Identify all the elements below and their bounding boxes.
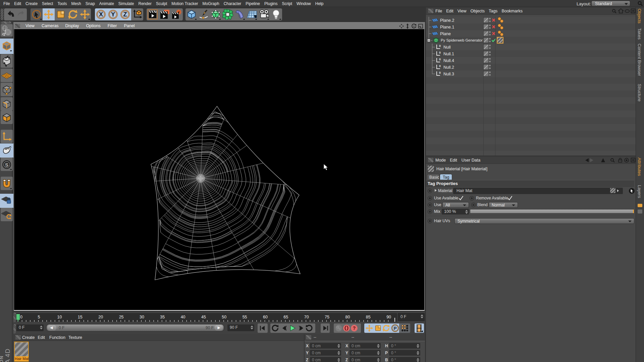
- svg-text:0: 0: [439, 71, 441, 74]
- svg-text:20: 20: [98, 315, 103, 319]
- svg-text:30: 30: [140, 315, 144, 319]
- svg-text:65: 65: [283, 315, 288, 319]
- svg-text:40: 40: [181, 315, 185, 319]
- svg-text:50: 50: [222, 315, 226, 319]
- svg-text:15: 15: [78, 315, 83, 319]
- svg-text:90: 90: [386, 315, 391, 319]
- svg-text:0: 0: [20, 315, 22, 319]
- svg-text:5: 5: [38, 315, 40, 319]
- svg-text:70: 70: [304, 315, 309, 319]
- svg-text:X: X: [99, 11, 103, 18]
- svg-text:10: 10: [57, 315, 62, 319]
- svg-text:0: 0: [439, 44, 441, 48]
- svg-text:0: 0: [439, 58, 441, 61]
- svg-text:35: 35: [160, 315, 165, 319]
- svg-text:85: 85: [366, 315, 371, 319]
- svg-text:60: 60: [263, 315, 268, 319]
- svg-text:Z: Z: [123, 11, 127, 18]
- svg-text:Y: Y: [111, 11, 115, 18]
- svg-text:80: 80: [345, 315, 350, 319]
- svg-text:?: ?: [353, 325, 356, 331]
- svg-text:45: 45: [201, 315, 206, 319]
- svg-text:P: P: [393, 326, 396, 331]
- svg-text:25: 25: [119, 315, 124, 319]
- svg-text:S: S: [5, 162, 8, 168]
- svg-text:55: 55: [243, 315, 247, 319]
- svg-text:0: 0: [439, 51, 441, 54]
- svg-text:75: 75: [325, 315, 329, 319]
- svg-text:0: 0: [439, 64, 441, 68]
